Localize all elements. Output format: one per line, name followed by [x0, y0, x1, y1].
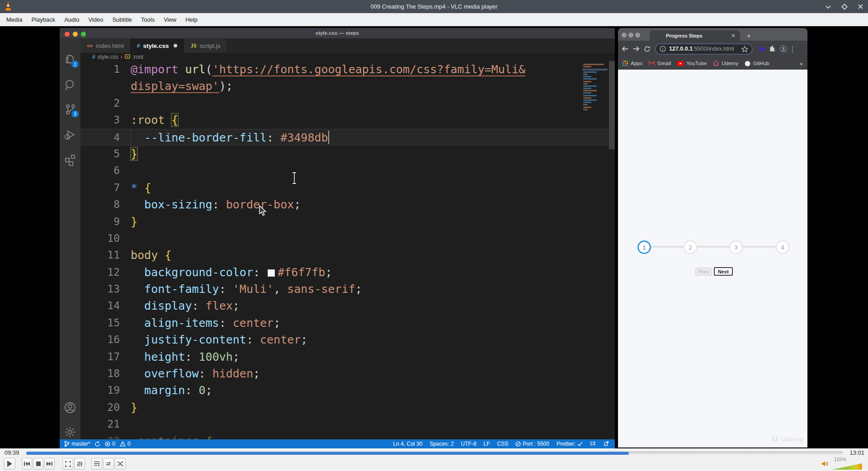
git-branch-item[interactable]: master* — [64, 441, 90, 447]
previous-button[interactable] — [22, 458, 32, 470]
bookmark-udemy[interactable]: Udemy — [713, 61, 738, 66]
errors-item[interactable]: 0 0 — [105, 441, 130, 447]
source-control-icon[interactable]: 3 — [63, 103, 77, 116]
reload-icon[interactable] — [642, 43, 652, 54]
minimap[interactable] — [582, 63, 608, 111]
settings-gear-icon[interactable] — [63, 425, 77, 439]
minimize-button[interactable] — [825, 5, 831, 9]
extensions-icon[interactable] — [63, 152, 77, 166]
profile-avatar[interactable] — [778, 43, 789, 54]
bookmark-youtube[interactable]: YouTube — [677, 61, 707, 66]
breadcrumb-file[interactable]: style.css — [98, 54, 118, 60]
apps-grid-icon — [623, 61, 628, 66]
editor-scrollbar[interactable] — [609, 61, 615, 149]
branch-icon — [64, 441, 70, 447]
menu-video[interactable]: Video — [84, 13, 108, 26]
url-bar[interactable]: 127.0.0.1:5500/index.html — [655, 43, 753, 55]
sync-icon[interactable] — [94, 441, 100, 447]
step-circle-3: 3 — [729, 240, 743, 254]
prettier-item[interactable]: Prettier: — [557, 441, 583, 447]
menu-audio[interactable]: Audio — [60, 13, 84, 26]
next-button[interactable]: Next — [714, 267, 733, 276]
volume-speaker-icon[interactable] — [822, 461, 829, 469]
fullscreen-button[interactable] — [62, 458, 73, 470]
menu-playback[interactable]: Playback — [27, 13, 60, 26]
code-row: 2 — [80, 95, 609, 112]
code-row: 13 font-family: 'Muli', sans-serif; — [80, 281, 609, 297]
vlc-menubar: Media Playback Audio Video Subtitle Tool… — [0, 13, 868, 26]
code-row: 17 height: 100vh; — [80, 349, 609, 365]
shuffle-button[interactable] — [115, 458, 126, 470]
menu-help[interactable]: Help — [181, 13, 202, 26]
menu-view[interactable]: View — [159, 13, 181, 26]
bookmark-github[interactable]: GitHub — [745, 61, 769, 66]
line-number: 2 — [80, 95, 120, 112]
prev-button[interactable]: Prev — [695, 268, 712, 276]
line-number: 22 — [80, 433, 120, 439]
bookmarks-overflow-chevron[interactable]: » — [800, 60, 803, 67]
encoding[interactable]: UTF-8 — [461, 441, 476, 447]
menu-subtitle[interactable]: Subtitle — [108, 13, 136, 26]
github-icon — [745, 61, 750, 66]
breadcrumb[interactable]: # style.css › :root — [80, 53, 615, 61]
account-icon[interactable] — [63, 401, 77, 414]
playlist-button[interactable] — [91, 458, 102, 470]
tab-close-icon[interactable]: ✕ — [731, 33, 736, 39]
explorer-icon[interactable]: 1 — [63, 53, 77, 66]
play-button[interactable] — [4, 458, 15, 470]
code-editor[interactable]: 1@import url('https://fonts.googleapis.c… — [80, 61, 609, 439]
new-tab-button[interactable]: + — [745, 31, 753, 40]
menu-tools[interactable]: Tools — [137, 13, 159, 26]
extensions-puzzle-icon[interactable] — [767, 43, 778, 54]
bookmark-apps[interactable]: Apps — [623, 61, 642, 66]
line-number: 11 — [80, 247, 120, 264]
css-file-icon: # — [92, 54, 95, 60]
tab-index-html[interactable]: <> index.html — [80, 38, 131, 53]
next-button-vlc[interactable] — [44, 458, 55, 470]
kebab-menu-icon[interactable]: ⋮ — [789, 43, 796, 54]
loop-button[interactable] — [103, 458, 114, 470]
seek-bar[interactable] — [26, 452, 843, 455]
code-row: 12 background-color: #f6f7fb; — [80, 264, 609, 281]
mac-zoom-icon[interactable] — [635, 33, 640, 38]
line-number: 7 — [80, 179, 120, 196]
notifications-bell-icon[interactable] — [603, 441, 609, 447]
bookmark-gmail[interactable]: Gmail — [649, 61, 671, 66]
css-file-icon: # — [137, 43, 140, 49]
mac-close-icon[interactable] — [622, 33, 627, 38]
mac-minimize-icon[interactable] — [628, 33, 633, 38]
equalizer-button[interactable] — [74, 458, 85, 470]
vscode-window-title: style.css — steps — [60, 28, 615, 38]
stop-button[interactable] — [33, 458, 43, 470]
html-file-icon: <> — [87, 43, 93, 49]
unsaved-dot-icon[interactable] — [174, 44, 177, 47]
run-debug-icon[interactable] — [63, 128, 77, 141]
extension-diamond-icon[interactable] — [756, 43, 767, 54]
close-button[interactable] — [858, 4, 863, 9]
browser-tab[interactable]: Progress Steps ✕ — [650, 30, 740, 41]
code-row: display=swap'); — [80, 78, 609, 94]
language-mode[interactable]: CSS — [497, 441, 509, 447]
back-icon[interactable] — [620, 43, 631, 54]
cursor-position[interactable]: Ln 4, Col 30 — [393, 441, 422, 447]
tab-style-css[interactable]: # style.css — [131, 38, 184, 53]
tab-script-js[interactable]: JS script.js — [184, 38, 227, 53]
url-host: 127.0.0.1 — [669, 46, 693, 52]
line-number: 14 — [80, 297, 120, 314]
text-caret — [328, 131, 329, 144]
search-icon[interactable] — [63, 78, 77, 92]
eol[interactable]: LF — [484, 441, 490, 447]
breadcrumb-symbol[interactable]: :root — [132, 54, 143, 60]
video-area[interactable]: style.css — steps 1 3 — [0, 26, 868, 448]
maximize-button[interactable] — [841, 4, 848, 10]
vlc-titlebar: 009 Creating The Steps.mp4 - VLC media p… — [0, 0, 868, 13]
feedback-icon[interactable] — [590, 441, 596, 447]
live-server-port[interactable]: Port : 5500 — [515, 441, 549, 447]
chevron-right-icon: › — [121, 54, 123, 60]
indentation[interactable]: Spaces: 2 — [429, 441, 453, 447]
line-number: 4 — [80, 129, 120, 145]
line-number: 19 — [80, 382, 120, 399]
volume-slider[interactable] — [832, 463, 862, 470]
menu-media[interactable]: Media — [2, 13, 27, 26]
forward-icon[interactable] — [631, 43, 642, 54]
